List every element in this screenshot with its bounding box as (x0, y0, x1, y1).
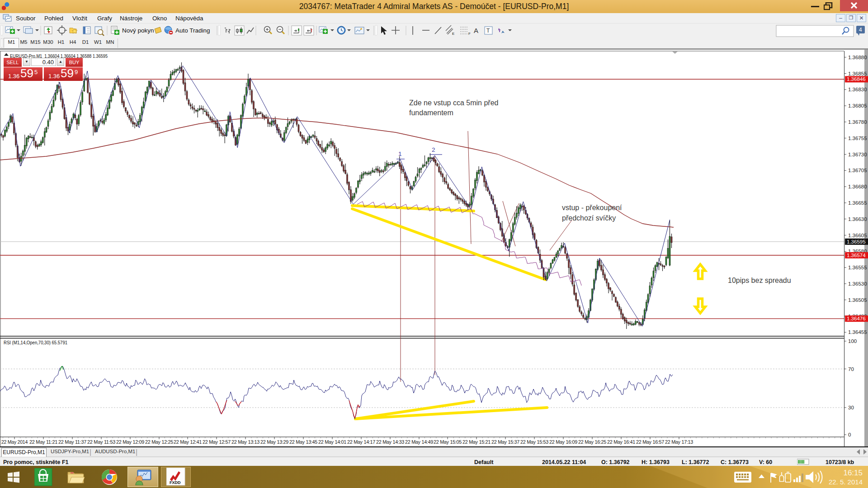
svg-text:E: E (452, 32, 454, 36)
svg-text:Nový pokyn: Nový pokyn (122, 27, 154, 34)
svg-text:22 May 17:13: 22 May 17:13 (665, 439, 693, 445)
svg-text:1.36555: 1.36555 (848, 265, 867, 270)
svg-text:100: 100 (848, 338, 857, 344)
svg-text:22 May 2014: 22 May 2014 (1, 439, 28, 445)
svg-text:FXDD: FXDD (170, 480, 181, 485)
svg-text:vstup - překoupení: vstup - překoupení (562, 204, 622, 211)
svg-text:1.36505: 1.36505 (848, 297, 867, 303)
svg-text:4: 4 (859, 27, 862, 33)
svg-text:0: 0 (848, 432, 851, 437)
svg-text:22 May 14:17: 22 May 14:17 (347, 439, 375, 445)
svg-text:1.36805: 1.36805 (848, 103, 867, 108)
svg-text:T: T (486, 28, 490, 34)
svg-text:1.36730: 1.36730 (848, 152, 867, 157)
svg-text:30: 30 (848, 405, 854, 410)
svg-text:22 May 11:37: 22 May 11:37 (58, 439, 86, 445)
svg-text:1.36655: 1.36655 (848, 200, 867, 206)
svg-text:22 May 11:53: 22 May 11:53 (87, 439, 115, 445)
svg-text:F: F (468, 32, 471, 36)
svg-text:22 May 14:49: 22 May 14:49 (405, 439, 433, 445)
svg-text:22 May 14:33: 22 May 14:33 (376, 439, 404, 445)
svg-text:předchozí svíčky: předchozí svíčky (562, 214, 616, 222)
svg-text:1.36605: 1.36605 (848, 233, 867, 238)
svg-text:22 May 12:57: 22 May 12:57 (203, 439, 231, 445)
svg-text:22 May 13:29: 22 May 13:29 (260, 439, 288, 445)
svg-text:Auto Trading: Auto Trading (175, 27, 210, 34)
svg-text:1.36755: 1.36755 (848, 136, 867, 141)
svg-text:22 May 13:13: 22 May 13:13 (231, 439, 259, 445)
svg-text:22 May 16:09: 22 May 16:09 (549, 439, 577, 445)
svg-text:22 May 16:41: 22 May 16:41 (607, 439, 635, 445)
svg-text:22 May 14:01: 22 May 14:01 (318, 439, 346, 445)
svg-text:1.36705: 1.36705 (848, 168, 867, 173)
svg-text:22 May 15:21: 22 May 15:21 (462, 439, 491, 445)
svg-text:fundamentem: fundamentem (409, 109, 453, 117)
svg-text:22 May 15:37: 22 May 15:37 (491, 439, 519, 445)
svg-text:1.36680: 1.36680 (848, 184, 867, 189)
svg-text:22 May 12:09: 22 May 12:09 (116, 439, 144, 445)
svg-text:10pips bez spreadu: 10pips bez spreadu (728, 277, 791, 284)
svg-text:70: 70 (848, 366, 854, 372)
svg-text:1.36455: 1.36455 (848, 329, 867, 335)
svg-text:1.36880: 1.36880 (848, 55, 867, 60)
svg-text:22 May 15:53: 22 May 15:53 (520, 439, 548, 445)
svg-text:22 May 16:25: 22 May 16:25 (578, 439, 606, 445)
svg-text:2: 2 (432, 146, 435, 153)
svg-text:1.36830: 1.36830 (848, 87, 867, 92)
svg-text:Zde ne vstup cca 5min před: Zde ne vstup cca 5min před (409, 99, 498, 107)
svg-text:22 May 12:25: 22 May 12:25 (145, 439, 173, 445)
svg-text:1.36630: 1.36630 (848, 216, 867, 222)
svg-text:A: A (474, 27, 478, 34)
svg-text:1: 1 (398, 150, 402, 157)
svg-text:1.36476: 1.36476 (847, 316, 866, 321)
svg-text:22 May 13:45: 22 May 13:45 (289, 439, 317, 445)
svg-text:1.36595: 1.36595 (847, 239, 866, 244)
svg-text:1.36846: 1.36846 (847, 76, 866, 82)
svg-text:1.36530: 1.36530 (848, 281, 867, 286)
svg-text:RSI (M1,14,Open,70,30) 65.5791: RSI (M1,14,Open,70,30) 65.5791 (4, 340, 67, 345)
svg-text:22 May 12:41: 22 May 12:41 (174, 439, 202, 445)
svg-text:22 May 15:05: 22 May 15:05 (434, 439, 462, 445)
svg-text:1.36574: 1.36574 (847, 253, 866, 258)
svg-text:22 May 16:57: 22 May 16:57 (636, 439, 664, 445)
svg-text:1.36780: 1.36780 (848, 119, 867, 125)
svg-text:1.36855: 1.36855 (848, 71, 867, 76)
svg-text:22 May 11:21: 22 May 11:21 (29, 439, 57, 445)
